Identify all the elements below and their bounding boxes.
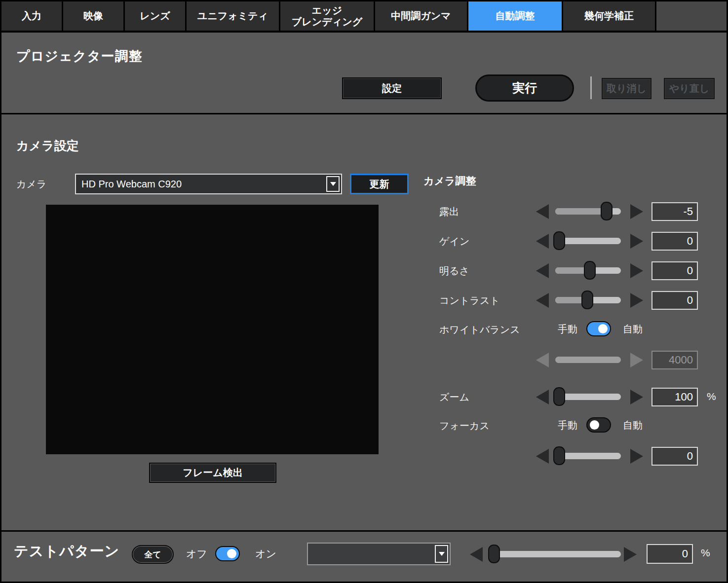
- tab-lens[interactable]: レンズ: [125, 1, 185, 31]
- contrast-row: コントラスト: [0, 290, 728, 311]
- camera-select[interactable]: HD Pro Webcam C920: [75, 174, 342, 194]
- contrast-value-input[interactable]: [651, 291, 698, 310]
- exposure-slider-track[interactable]: [555, 208, 621, 215]
- contrast-label: コントラスト: [439, 294, 500, 307]
- projector-adjust-window: 入力 映像 レンズ ユニフォミティ エッジ ブレンディング 中間調ガンマ 自動調…: [0, 0, 728, 583]
- bottom-separator: [0, 530, 728, 532]
- focus-slider-thumb[interactable]: [553, 446, 565, 465]
- update-button[interactable]: 更新: [350, 174, 409, 194]
- brightness-decrease-arrow[interactable]: [536, 263, 549, 278]
- camera-label: カメラ: [16, 178, 46, 191]
- focus-slider-row: [0, 446, 728, 467]
- white-balance-toggle-knob: [598, 324, 608, 333]
- test-pattern-increase-arrow[interactable]: [624, 547, 637, 562]
- focus-label: フォーカス: [439, 419, 490, 433]
- camera-settings-title: カメラ設定: [16, 138, 79, 154]
- tab-input[interactable]: 入力: [1, 1, 62, 31]
- zoom-decrease-arrow[interactable]: [536, 390, 549, 404]
- contrast-slider-thumb[interactable]: [581, 291, 593, 309]
- execute-button[interactable]: 実行: [475, 74, 574, 102]
- brightness-slider-thumb[interactable]: [584, 261, 596, 280]
- tab-midtone-gamma[interactable]: 中間調ガンマ: [375, 1, 467, 31]
- brightness-label: 明るさ: [439, 264, 469, 278]
- white-balance-manual-label: 手動: [558, 323, 577, 336]
- tab-edge-blending[interactable]: エッジ ブレンディング: [280, 1, 374, 31]
- white-balance-decrease-arrow: [536, 353, 549, 367]
- brightness-increase-arrow[interactable]: [630, 263, 643, 278]
- contrast-increase-arrow[interactable]: [630, 293, 643, 308]
- camera-select-arrow-button[interactable]: [326, 176, 340, 192]
- test-pattern-decrease-arrow[interactable]: [470, 547, 483, 562]
- focus-row: フォーカス 手動 自動: [0, 415, 728, 436]
- section-separator: [0, 113, 728, 114]
- gain-increase-arrow[interactable]: [630, 234, 643, 249]
- white-balance-slider-row: [0, 350, 728, 370]
- zoom-unit-label: %: [707, 391, 716, 402]
- contrast-decrease-arrow[interactable]: [536, 293, 549, 308]
- gain-label: ゲイン: [439, 235, 469, 248]
- exposure-increase-arrow[interactable]: [630, 204, 643, 219]
- focus-decrease-arrow[interactable]: [536, 449, 549, 464]
- gain-value-input[interactable]: [651, 232, 698, 251]
- focus-value-input[interactable]: [651, 447, 698, 466]
- undo-button: 取り消し: [602, 78, 651, 99]
- zoom-slider-track[interactable]: [555, 394, 621, 400]
- zoom-increase-arrow[interactable]: [630, 390, 643, 404]
- focus-slider-track[interactable]: [555, 453, 621, 459]
- zoom-value-input[interactable]: [651, 388, 698, 406]
- exposure-slider-fill: [555, 208, 607, 215]
- white-balance-slider-track: [555, 357, 621, 363]
- white-balance-row: ホワイトバランス 手動 自動: [0, 319, 728, 340]
- white-balance-increase-arrow: [630, 353, 643, 367]
- gain-decrease-arrow[interactable]: [536, 234, 549, 249]
- test-pattern-unit-label: %: [701, 547, 710, 559]
- exposure-slider-thumb[interactable]: [601, 202, 613, 220]
- white-balance-auto-label: 自動: [623, 323, 643, 336]
- white-balance-label: ホワイトバランス: [439, 323, 520, 336]
- gain-row: ゲイン: [0, 231, 728, 252]
- test-pattern-slider-row: %: [0, 544, 728, 565]
- tab-uniformity[interactable]: ユニフォミティ: [187, 1, 279, 31]
- camera-select-value: HD Pro Webcam C920: [76, 179, 341, 190]
- page-title: プロジェクター調整: [16, 47, 143, 65]
- exposure-decrease-arrow[interactable]: [536, 204, 549, 219]
- tab-auto-adjust[interactable]: 自動調整: [468, 1, 562, 31]
- focus-toggle[interactable]: [586, 417, 611, 433]
- focus-auto-label: 自動: [623, 419, 643, 432]
- tab-bar: 入力 映像 レンズ ユニフォミティ エッジ ブレンディング 中間調ガンマ 自動調…: [0, 0, 728, 33]
- test-pattern-slider-track[interactable]: [489, 551, 621, 557]
- focus-manual-label: 手動: [558, 419, 577, 432]
- gain-slider-thumb[interactable]: [553, 231, 565, 250]
- white-balance-toggle[interactable]: [586, 321, 611, 336]
- contrast-slider-track[interactable]: [555, 297, 621, 303]
- focus-toggle-knob: [590, 420, 599, 430]
- brightness-slider-track[interactable]: [555, 267, 621, 274]
- settings-button[interactable]: 設定: [342, 77, 442, 99]
- zoom-row: ズーム %: [0, 387, 728, 407]
- chevron-down-icon: [330, 182, 336, 186]
- white-balance-value-input: [651, 351, 698, 369]
- exposure-label: 露出: [439, 205, 459, 219]
- zoom-slider-thumb[interactable]: [553, 387, 565, 406]
- header-divider: [590, 76, 592, 99]
- zoom-label: ズーム: [439, 391, 469, 404]
- camera-adjust-title: カメラ調整: [423, 174, 476, 188]
- redo-button: やり直し: [664, 78, 715, 99]
- test-pattern-value-input[interactable]: [647, 544, 693, 564]
- exposure-row: 露出: [0, 201, 728, 222]
- test-pattern-slider-thumb[interactable]: [488, 545, 500, 563]
- focus-increase-arrow[interactable]: [630, 449, 643, 464]
- gain-slider-track[interactable]: [555, 238, 621, 244]
- brightness-value-input[interactable]: [651, 261, 698, 280]
- brightness-row: 明るさ: [0, 260, 728, 281]
- tab-geometry-correction[interactable]: 幾何学補正: [563, 1, 655, 31]
- tab-video[interactable]: 映像: [63, 1, 123, 31]
- tab-empty: [656, 1, 727, 31]
- exposure-value-input[interactable]: [651, 202, 698, 221]
